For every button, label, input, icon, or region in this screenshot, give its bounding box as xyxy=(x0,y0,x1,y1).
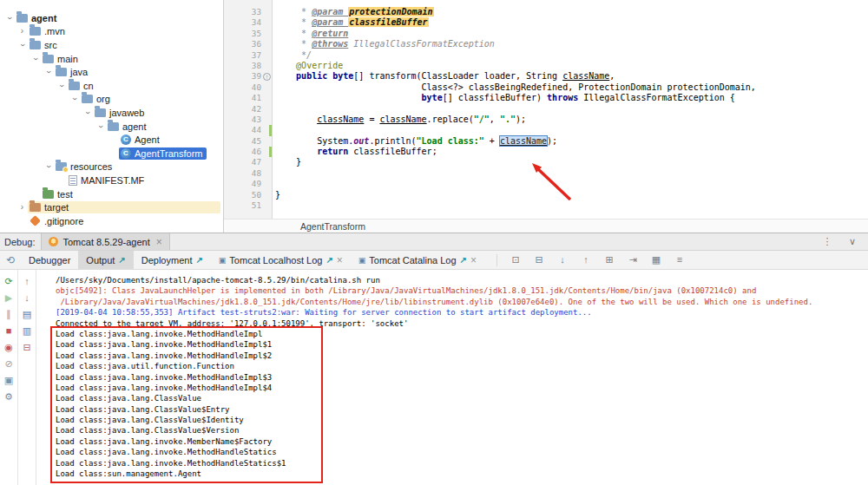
code-line-35[interactable]: * @return xyxy=(275,29,868,39)
tree-item-cn[interactable]: ›cn xyxy=(0,79,223,93)
code-line-44[interactable] xyxy=(275,125,868,135)
rerun-icon[interactable]: ⟳ xyxy=(1,273,16,290)
chevron-expanded-icon[interactable]: › xyxy=(5,12,14,23)
tree-item-resources[interactable]: ›resources xyxy=(0,161,223,174)
console-output[interactable]: /Users/sky/Documents/install/apache-tomc… xyxy=(36,270,868,485)
line-number[interactable]: 35 xyxy=(252,29,261,39)
restore-layout-icon[interactable]: ⊟ xyxy=(531,252,547,268)
line-number[interactable]: 47 xyxy=(252,157,261,167)
line-number[interactable]: 37 xyxy=(252,50,261,61)
print-icon[interactable]: ▦ xyxy=(648,252,664,268)
chevron-collapsed-icon[interactable]: › xyxy=(16,203,28,212)
pause-icon[interactable]: ∥ xyxy=(1,306,16,323)
tree-item-agent[interactable]: ›agent xyxy=(0,11,223,25)
code-line-41[interactable]: byte[] classfileBuffer) throws IllegalCl… xyxy=(275,93,868,103)
code-line-50[interactable]: } xyxy=(275,190,868,200)
chevron-expanded-icon[interactable]: › xyxy=(44,67,53,78)
line-number[interactable]: 41 xyxy=(252,93,261,103)
line-number[interactable]: 45 xyxy=(252,136,261,147)
tree-item-target[interactable]: ›target xyxy=(0,200,223,214)
settings-icon[interactable]: ⚙ xyxy=(1,389,16,405)
code-line-45[interactable]: System.out.println("Load class:" + class… xyxy=(275,136,868,147)
chevron-expanded-icon[interactable]: › xyxy=(83,107,92,118)
tree-item-org[interactable]: ›org xyxy=(0,93,223,107)
line-number[interactable]: 46 xyxy=(252,147,261,157)
close-icon[interactable]: × xyxy=(337,255,343,265)
line-number[interactable]: 33 xyxy=(252,7,261,17)
code-line-48[interactable] xyxy=(275,168,868,179)
tree-item-javaweb[interactable]: ›javaweb xyxy=(0,106,223,120)
code-line-38[interactable]: @Override xyxy=(275,61,868,71)
up-stack-icon[interactable]: ↑ xyxy=(19,273,35,290)
tab-tomcat-localhost-log[interactable]: ▣Tomcat Localhost Log↗× xyxy=(211,251,351,269)
expand-all-icon[interactable]: ⊞ xyxy=(602,252,617,268)
tree-item-src[interactable]: ›src xyxy=(0,38,223,52)
more-icon[interactable]: ⋮ xyxy=(819,233,835,250)
chevron-expanded-icon[interactable]: › xyxy=(18,39,27,50)
code-line-46[interactable]: return classfileBuffer; xyxy=(275,147,868,157)
line-number[interactable]: 48 xyxy=(252,168,261,179)
code-line-43[interactable]: className = className.replace("/", "."); xyxy=(275,115,868,125)
line-number[interactable]: 34 xyxy=(252,17,261,28)
tab-debugger[interactable]: Debugger xyxy=(21,251,78,269)
code-editor[interactable]: * @param protectionDomain * @param class… xyxy=(273,0,868,219)
tree-item-mvn[interactable]: ›.mvn xyxy=(0,25,223,39)
chevron-expanded-icon[interactable]: › xyxy=(70,94,79,105)
scroll-to-end-icon[interactable]: ⇥ xyxy=(625,252,641,268)
tab-output[interactable]: Output↗ xyxy=(78,251,133,269)
scroll-up-icon[interactable]: ↑ xyxy=(578,252,594,268)
line-number[interactable]: 49 xyxy=(252,179,261,189)
clear-all-icon[interactable]: ⊟ xyxy=(19,339,35,356)
tree-item-main[interactable]: ›main xyxy=(0,52,223,66)
view-breakpoints-icon[interactable]: ◉ xyxy=(1,339,16,356)
code-line-40[interactable]: Class<?> classBeingRedefined, Protection… xyxy=(275,82,868,93)
thread-dump-icon[interactable]: ▣ xyxy=(1,372,16,389)
chevron-expanded-icon[interactable]: › xyxy=(57,80,66,91)
tree-item-agent[interactable]: ›agent xyxy=(0,120,223,134)
tree-item-agent[interactable]: CAgent xyxy=(0,133,223,147)
line-number[interactable]: 36 xyxy=(252,39,261,49)
line-number[interactable]: 43 xyxy=(252,115,261,125)
soft-wrap-icon[interactable]: ▥ xyxy=(19,323,35,339)
restart-server-icon[interactable]: ⟲ xyxy=(0,254,21,266)
code-line-37[interactable]: */ xyxy=(275,50,868,61)
chevron-collapsed-icon[interactable]: › xyxy=(16,27,28,36)
down-stack-icon[interactable]: ↓ xyxy=(19,290,35,306)
line-number[interactable]: 44 xyxy=(252,125,261,135)
view-options-icon[interactable]: ≡ xyxy=(672,252,687,268)
line-number[interactable]: 42 xyxy=(252,104,261,115)
line-number[interactable]: 50 xyxy=(252,190,261,200)
override-method-icon[interactable]: ↑ xyxy=(263,73,271,81)
console-view-icon[interactable]: ▤ xyxy=(19,306,35,323)
code-line-49[interactable] xyxy=(275,179,868,189)
pin-tab-icon[interactable]: ⊡ xyxy=(508,252,523,268)
tree-item-agenttransform[interactable]: CAgentTransform xyxy=(0,147,223,161)
tab-deployment[interactable]: Deployment↗ xyxy=(134,251,211,269)
close-icon[interactable]: × xyxy=(470,255,477,265)
code-line-51[interactable] xyxy=(275,200,868,211)
code-line-36[interactable]: * @throws IllegalClassFormatException xyxy=(275,39,868,49)
stop-icon[interactable]: ■ xyxy=(1,323,16,339)
line-number[interactable]: 39 xyxy=(252,71,261,82)
code-line-33[interactable]: * @param protectionDomain xyxy=(275,7,868,17)
chevron-expanded-icon[interactable]: › xyxy=(44,161,53,173)
tree-item-test[interactable]: test xyxy=(0,187,223,201)
tree-item-gitignore[interactable]: .gitignore xyxy=(0,214,223,228)
chevron-expanded-icon[interactable]: › xyxy=(96,121,105,132)
code-line-39[interactable]: public byte[] transform(ClassLoader load… xyxy=(275,71,868,82)
resume-icon[interactable]: ▶ xyxy=(1,290,16,306)
scroll-down-icon[interactable]: ↓ xyxy=(555,252,570,268)
hide-icon[interactable]: ∨ xyxy=(845,233,860,250)
tree-item-manifest-mf[interactable]: MANIFEST.MF xyxy=(0,174,223,187)
debug-session-tab[interactable]: Tomcat 8.5.29-agent × xyxy=(41,233,169,250)
chevron-expanded-icon[interactable]: › xyxy=(31,53,40,64)
line-number[interactable]: 51 xyxy=(252,200,261,211)
code-line-34[interactable]: * @param classfileBuffer xyxy=(275,17,868,28)
close-icon[interactable]: × xyxy=(156,237,162,247)
editor-gutter[interactable]: 33343536373839↑404142434445464748495051 xyxy=(224,0,273,219)
tab-tomcat-catalina-log[interactable]: ▣Tomcat Catalina Log↗× xyxy=(351,251,484,269)
mute-breakpoints-icon[interactable]: ⊘ xyxy=(1,356,16,372)
tree-item-java[interactable]: ›java xyxy=(0,65,223,79)
breadcrumb-item[interactable]: AgentTransform xyxy=(300,221,365,232)
code-line-47[interactable]: } xyxy=(275,157,868,167)
